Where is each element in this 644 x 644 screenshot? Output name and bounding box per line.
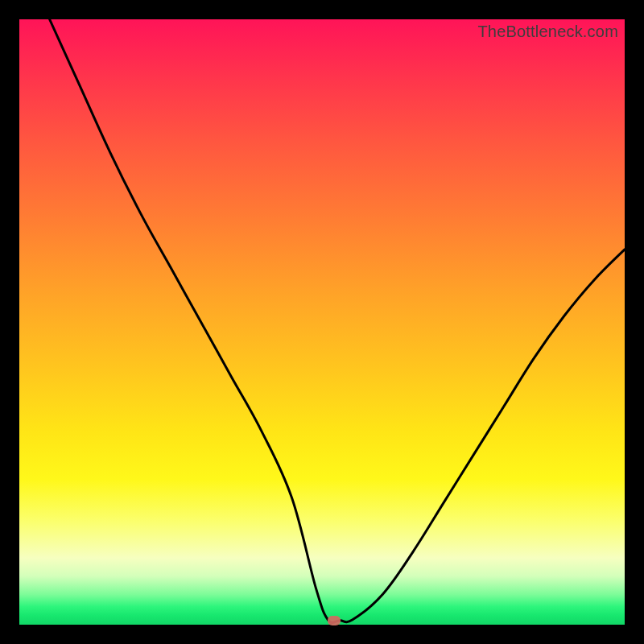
- bottleneck-curve: [19, 19, 625, 625]
- plot-area: TheBottleneck.com: [19, 19, 625, 625]
- optimal-point-marker: [328, 616, 341, 625]
- chart-container: TheBottleneck.com: [0, 0, 644, 644]
